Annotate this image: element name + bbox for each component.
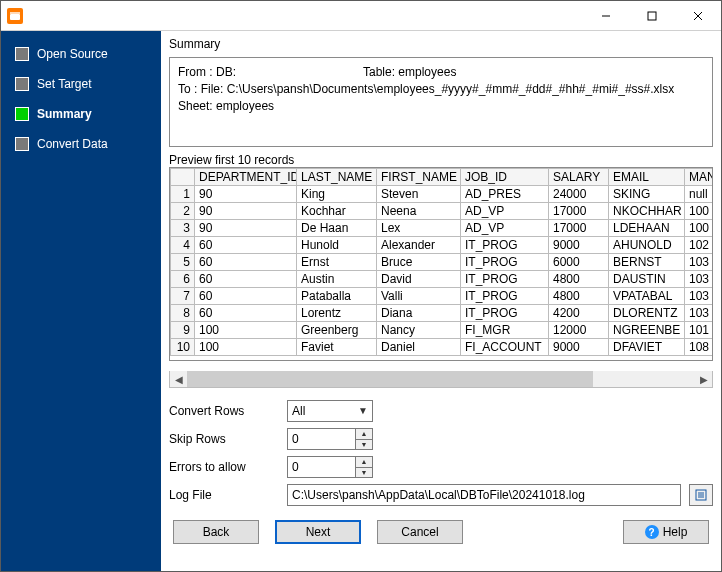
table-cell: Daniel [377,339,461,356]
table-cell: 100 [195,322,297,339]
errors-spinner[interactable]: 0 ▲ ▼ [287,456,373,478]
row-number-header [171,169,195,186]
table-cell: 6000 [549,254,609,271]
errors-value: 0 [292,460,299,474]
table-row[interactable]: 10100FavietDanielFI_ACCOUNT9000DFAVIET10… [171,339,714,356]
table-cell: IT_PROG [461,288,549,305]
maximize-button[interactable] [629,1,675,31]
help-icon: ? [645,525,659,539]
table-cell: King [297,186,377,203]
close-button[interactable] [675,1,721,31]
table-row[interactable]: 390De HaanLexAD_VP17000LDEHAAN100 [171,220,714,237]
row-number: 10 [171,339,195,356]
table-cell: Hunold [297,237,377,254]
row-number: 4 [171,237,195,254]
table-row[interactable]: 560ErnstBruceIT_PROG6000BERNST103 [171,254,714,271]
row-number: 5 [171,254,195,271]
next-button[interactable]: Next [275,520,361,544]
table-row[interactable]: 860LorentzDianaIT_PROG4200DLORENTZ103 [171,305,714,322]
table-cell: IT_PROG [461,305,549,322]
table-cell: 60 [195,288,297,305]
table-cell: 100 [685,203,714,220]
table-cell: 90 [195,186,297,203]
row-number: 6 [171,271,195,288]
table-row[interactable]: 760PataballaValliIT_PROG4800VPATABAL103 [171,288,714,305]
table-cell: 9000 [549,237,609,254]
table-cell: 103 [685,254,714,271]
table-cell: IT_PROG [461,271,549,288]
table-cell: DAUSTIN [609,271,685,288]
cancel-button[interactable]: Cancel [377,520,463,544]
table-cell: Pataballa [297,288,377,305]
table-cell: 17000 [549,203,609,220]
horizontal-scrollbar[interactable]: ◀ ▶ [169,371,713,388]
log-file-input[interactable]: C:\Users\pansh\AppData\Local\DBToFile\20… [287,484,681,506]
row-number: 2 [171,203,195,220]
table-row[interactable]: 190KingStevenAD_PRES24000SKINGnull [171,186,714,203]
help-button[interactable]: ? Help [623,520,709,544]
column-header[interactable]: JOB_ID [461,169,549,186]
table-cell: 108 [685,339,714,356]
scroll-thumb[interactable] [187,371,593,387]
scroll-right-arrow-icon[interactable]: ▶ [695,371,712,388]
minimize-button[interactable] [583,1,629,31]
sidebar-item-label: Summary [37,107,92,121]
skip-rows-spinner[interactable]: 0 ▲ ▼ [287,428,373,450]
table-row[interactable]: 9100GreenbergNancyFI_MGR12000NGREENBE101 [171,322,714,339]
row-number: 8 [171,305,195,322]
sidebar-item-summary[interactable]: Summary [9,105,153,123]
step-box-icon [15,77,29,91]
convert-rows-select[interactable]: All ▼ [287,400,373,422]
sidebar-item-convert-data[interactable]: Convert Data [9,135,153,153]
row-number: 3 [171,220,195,237]
summary-box: From : DB: Table: employees To : File: C… [169,57,713,147]
column-header[interactable]: SALARY [549,169,609,186]
sidebar-item-open-source[interactable]: Open Source [9,45,153,63]
scroll-track[interactable] [187,371,695,387]
file-icon [694,488,708,502]
column-header[interactable]: LAST_NAME [297,169,377,186]
table-cell: 60 [195,271,297,288]
button-label: Cancel [401,525,438,539]
back-button[interactable]: Back [173,520,259,544]
table-header-row: DEPARTMENT_ID LAST_NAME FIRST_NAME JOB_I… [171,169,714,186]
table-cell: AHUNOLD [609,237,685,254]
table-cell: Greenberg [297,322,377,339]
column-header[interactable]: EMAIL [609,169,685,186]
table-cell: 103 [685,288,714,305]
table-row[interactable]: 460HunoldAlexanderIT_PROG9000AHUNOLD102 [171,237,714,254]
table-cell: IT_PROG [461,237,549,254]
spinner-down-icon[interactable]: ▼ [356,468,372,478]
table-row[interactable]: 660AustinDavidIT_PROG4800DAUSTIN103 [171,271,714,288]
table-cell: 60 [195,305,297,322]
spinner-up-icon[interactable]: ▲ [356,429,372,440]
scroll-left-arrow-icon[interactable]: ◀ [170,371,187,388]
skip-rows-label: Skip Rows [169,432,279,446]
spinner-down-icon[interactable]: ▼ [356,440,372,450]
table-cell: 60 [195,254,297,271]
browse-log-button[interactable] [689,484,713,506]
table-cell: AD_PRES [461,186,549,203]
table-cell: 17000 [549,220,609,237]
table-cell: FI_MGR [461,322,549,339]
summary-from: From : DB: [178,64,363,81]
sidebar-item-set-target[interactable]: Set Target [9,75,153,93]
column-header[interactable]: DEPARTMENT_ID [195,169,297,186]
button-label: Help [663,525,688,539]
column-header[interactable]: FIRST_NAME [377,169,461,186]
table-cell: SKING [609,186,685,203]
spinner-up-icon[interactable]: ▲ [356,457,372,468]
table-cell: 60 [195,237,297,254]
table-cell: 101 [685,322,714,339]
table-row[interactable]: 290KochharNeenaAD_VP17000NKOCHHAR100 [171,203,714,220]
table-cell: 24000 [549,186,609,203]
table-cell: AD_VP [461,220,549,237]
table-cell: VPATABAL [609,288,685,305]
svg-rect-3 [648,12,656,20]
log-file-label: Log File [169,488,279,502]
preview-table[interactable]: DEPARTMENT_ID LAST_NAME FIRST_NAME JOB_I… [169,167,713,361]
column-header[interactable]: MANAG [685,169,714,186]
table-cell: NGREENBE [609,322,685,339]
button-bar: Back Next Cancel ? Help [169,512,713,546]
titlebar [1,1,721,31]
